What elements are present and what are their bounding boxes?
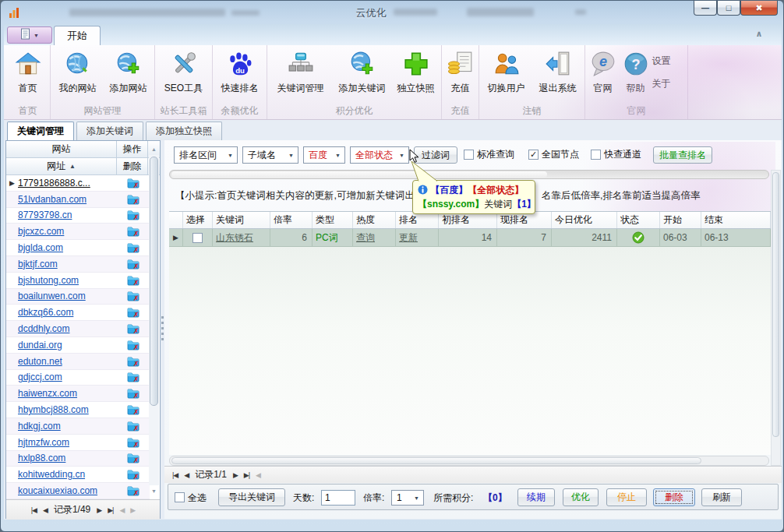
website-row[interactable]: hdkgj.com ✗ [6, 418, 150, 435]
column-header-site[interactable]: 网站 [6, 141, 117, 157]
select-all-checkbox[interactable] [175, 492, 185, 502]
quick-check-channel-checkbox[interactable]: 快查通道 [591, 148, 641, 161]
column-header-url[interactable]: 网址 ▲ [6, 158, 117, 174]
official-site-button[interactable]: e 官网 [587, 48, 620, 104]
delete-website-button[interactable]: ✗ [117, 178, 150, 188]
optimize-button[interactable]: 优化 [563, 488, 599, 506]
column-header-action[interactable]: 操作 [117, 141, 148, 157]
website-row[interactable]: eduton.net ✗ [6, 354, 150, 370]
website-row[interactable]: bjglda.com ✗ [6, 240, 150, 256]
website-link[interactable]: hbymbcj888.com [18, 404, 117, 415]
website-row[interactable]: 51lvdanban.com ✗ [6, 192, 150, 208]
heat-query-link[interactable]: 查询 [356, 231, 375, 245]
delete-website-button[interactable]: ✗ [117, 372, 150, 382]
keyword-management-button[interactable]: 关键词管理 [269, 48, 333, 104]
prev-page-button[interactable]: ◀ [184, 471, 189, 479]
website-link[interactable]: haiwenzx.com [18, 388, 117, 399]
delete-button[interactable]: 删除 [653, 488, 695, 506]
refresh-button[interactable]: 刷新 [701, 488, 742, 506]
batch-check-rank-button[interactable]: 批量查排名 [653, 146, 712, 164]
horizontal-scrollbar-thum[interactable] [171, 457, 701, 464]
quick-rank-button[interactable]: du 快速排名 [214, 48, 267, 104]
delete-website-button[interactable]: ✗ [117, 275, 150, 286]
website-row[interactable]: dundai.org ✗ [6, 337, 150, 354]
next-page-button[interactable]: ▶ [97, 506, 101, 514]
sidebar-scrollbar-thumb[interactable] [150, 157, 158, 406]
website-row[interactable]: haiwenzx.com ✗ [6, 386, 150, 402]
scroll-down-icon[interactable]: ▼ [150, 487, 158, 496]
website-link[interactable]: 87793798.cn [18, 210, 117, 220]
recharge-button[interactable]: 充值 [443, 48, 479, 104]
seo-tools-button[interactable]: SEO工具 [157, 48, 211, 104]
about-button[interactable]: 关于 [652, 77, 671, 90]
website-link[interactable]: bjktjf.com [18, 259, 117, 270]
delete-website-button[interactable]: ✗ [117, 485, 150, 496]
last-page-button[interactable]: ▶| [244, 471, 249, 479]
renew-button[interactable]: 续期 [517, 488, 555, 506]
keyword-link[interactable]: 山东锈石 [216, 231, 253, 245]
website-link[interactable]: hxlp88.com [18, 453, 117, 463]
website-link[interactable]: koucaixuexiao.com [18, 485, 117, 496]
column-header[interactable]: 排名 [396, 212, 439, 228]
standalone-snapshot-button[interactable]: 独立快照 [392, 48, 440, 104]
column-header[interactable]: 结束 [701, 212, 771, 228]
delete-website-button[interactable]: ✗ [117, 421, 150, 432]
table-vertical-scrollbar[interactable] [771, 170, 781, 466]
prev-page-button[interactable]: ◀ [43, 506, 48, 514]
national-nodes-checkbox[interactable]: ✓ 全国节点 [528, 148, 579, 161]
days-input[interactable] [321, 490, 355, 506]
rank-update-link[interactable]: 更新 [399, 231, 418, 245]
website-link[interactable]: boailunwen.com [18, 291, 117, 301]
column-header[interactable]: 开始 [660, 212, 701, 228]
delete-website-button[interactable]: ✗ [117, 242, 150, 253]
column-header[interactable]: 热度 [353, 212, 396, 228]
search-engine-dropdown[interactable]: 百度 ▼ [303, 146, 345, 164]
website-row[interactable]: gdjccj.com ✗ [6, 370, 150, 386]
website-link[interactable]: dcddhly.com [18, 323, 117, 334]
website-row[interactable]: bjshutong.com ✗ [6, 273, 150, 289]
website-row[interactable]: bjcxzc.com ✗ [6, 224, 150, 240]
help-button[interactable]: ? 帮助 [620, 48, 652, 104]
delete-website-button[interactable]: ✗ [117, 307, 150, 318]
close-button[interactable]: ✖ [740, 1, 778, 16]
table-horizontal-scrollbar[interactable] [169, 456, 769, 466]
column-header[interactable]: 今日优化 [552, 212, 617, 228]
delete-website-button[interactable]: ✗ [117, 194, 150, 205]
website-row[interactable]: bjktjf.com ✗ [6, 256, 150, 273]
website-row[interactable]: dcddhly.com ✗ [6, 321, 150, 337]
website-row[interactable]: boailunwen.com ✗ [6, 289, 150, 305]
first-page-button[interactable]: |◀ [31, 506, 37, 514]
column-header[interactable]: 现排名 [497, 212, 552, 228]
website-link[interactable]: dundai.org [18, 340, 117, 351]
app-menu-button[interactable]: ▼ [7, 26, 52, 44]
vertical-scrollbar-thumb[interactable] [772, 172, 779, 437]
website-link[interactable]: kohitwedding.cn [18, 469, 117, 480]
minimize-button[interactable]: — [694, 1, 717, 16]
column-header[interactable]: 关键词 [213, 212, 270, 228]
stop-button[interactable]: 停止 [606, 488, 647, 506]
website-row[interactable]: hxlp88.com ✗ [6, 451, 150, 467]
column-header[interactable]: 初排名 [439, 212, 497, 228]
website-row[interactable]: kohitwedding.cn ✗ [6, 467, 150, 483]
subdomain-dropdown[interactable]: 子域名 ▼ [242, 146, 298, 164]
delete-website-button[interactable]: ✗ [117, 356, 150, 367]
rank-range-dropdown[interactable]: 排名区间 ▼ [174, 146, 238, 164]
delete-website-button[interactable]: ✗ [117, 388, 150, 399]
website-row[interactable]: hbymbcj888.com ✗ [6, 402, 150, 418]
website-link[interactable]: 17791886888.c... [18, 178, 117, 188]
website-link[interactable]: hdkgj.com [18, 421, 117, 432]
website-link[interactable]: gdjccj.com [18, 372, 117, 382]
website-row[interactable]: 87793798.cn ✗ [6, 208, 150, 224]
column-header[interactable]: 选择 [183, 212, 213, 228]
website-link[interactable]: 51lvdanban.com [18, 194, 117, 205]
delete-website-button[interactable]: ✗ [117, 453, 150, 463]
scroll-up-icon[interactable]: ▲ [150, 145, 158, 154]
exit-system-button[interactable]: 退出系统 [532, 48, 584, 104]
home-button[interactable]: 首页 [7, 48, 49, 104]
status-dropdown[interactable]: 全部状态 ▼ [350, 146, 409, 164]
website-row[interactable]: 17791886888.c... ✗ [6, 175, 150, 192]
row-select-checkbox[interactable] [192, 233, 203, 243]
delete-website-button[interactable]: ✗ [117, 259, 150, 270]
tab-keyword-management[interactable]: 关键词管理 [7, 122, 74, 140]
maximize-button[interactable]: □ [717, 1, 740, 16]
